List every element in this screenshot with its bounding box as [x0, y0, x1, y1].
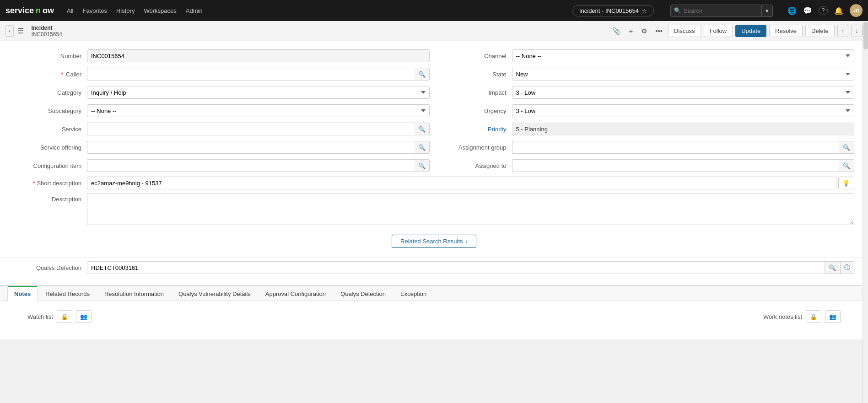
search-dropdown-button[interactable]: ▾: [762, 5, 773, 17]
qualys-detection-search-button[interactable]: 🔍: [825, 261, 841, 274]
nav-all[interactable]: All: [67, 7, 73, 14]
urgency-row: Urgency 1 - High 2 - Medium 3 - Low: [439, 103, 855, 118]
assigned-to-input-group: 🔍: [512, 159, 855, 172]
config-item-search-button[interactable]: 🔍: [415, 159, 430, 172]
assignment-group-search-button[interactable]: 🔍: [839, 141, 854, 154]
paperclip-button[interactable]: 📎: [609, 25, 624, 37]
logo[interactable]: servicenow: [5, 6, 54, 16]
channel-label: Channel: [439, 53, 512, 59]
watch-list-label: Watch list: [27, 313, 53, 320]
delete-button[interactable]: Delete: [805, 25, 835, 37]
qualys-detection-info-button[interactable]: ⓘ: [841, 261, 854, 274]
short-description-row: * Short description 💡: [0, 177, 868, 189]
section-divider: [0, 257, 868, 258]
short-description-input[interactable]: [87, 177, 836, 189]
description-row: Description: [0, 193, 868, 225]
nav-favorites[interactable]: Favorites: [83, 7, 107, 14]
short-desc-label: * Short description: [14, 180, 87, 187]
service-row: Service 🔍: [14, 122, 430, 136]
subcategory-select[interactable]: -- None --: [87, 104, 430, 117]
service-offering-input[interactable]: [87, 141, 415, 154]
assignment-group-input-group: 🔍: [512, 141, 855, 154]
caller-input[interactable]: [87, 68, 415, 81]
form-left-column: Number * Caller 🔍 Category Inquiry / Hel…: [9, 48, 434, 177]
assigned-to-label: Assigned to: [439, 162, 512, 169]
required-star: *: [61, 71, 63, 78]
service-search-button[interactable]: 🔍: [415, 123, 430, 135]
channel-select[interactable]: -- None --: [512, 49, 855, 62]
assigned-to-input[interactable]: [512, 159, 840, 172]
record-number-label: INC0015654: [31, 31, 62, 38]
search-input[interactable]: [670, 5, 762, 17]
tab-exception[interactable]: Exception: [394, 286, 433, 301]
watch-list-group-button[interactable]: 👥: [76, 310, 92, 323]
scrollbar[interactable]: [863, 21, 868, 339]
sub-nav-actions: 📎 + ⚙ ••• Discuss Follow Update Resolve …: [609, 25, 863, 37]
related-search-button[interactable]: Related Search Results ›: [392, 235, 476, 248]
short-desc-info-button[interactable]: 💡: [838, 177, 854, 189]
service-offering-search-button[interactable]: 🔍: [415, 141, 430, 154]
qualys-detection-input[interactable]: [87, 261, 825, 274]
caller-input-group: 🔍: [87, 68, 430, 81]
subcategory-row: Subcategory -- None --: [14, 103, 430, 118]
nav-admin[interactable]: Admin: [186, 7, 203, 14]
priority-link[interactable]: Priority: [488, 126, 506, 133]
tab-notes[interactable]: Notes: [7, 286, 38, 301]
impact-select[interactable]: 1 - High 2 - Medium 3 - Low: [512, 86, 855, 99]
help-icon[interactable]: ?: [819, 6, 828, 15]
chat-icon[interactable]: 💬: [803, 6, 812, 15]
caller-row: * Caller 🔍: [14, 67, 430, 81]
follow-button[interactable]: Follow: [704, 25, 733, 37]
state-label: State: [439, 71, 512, 78]
number-label: Number: [14, 53, 87, 59]
number-input[interactable]: [87, 49, 430, 62]
update-button[interactable]: Update: [735, 25, 766, 37]
assignment-group-input[interactable]: [512, 141, 840, 154]
service-offering-row: Service offering 🔍: [14, 140, 430, 155]
state-select[interactable]: New In Progress On Hold Resolved Closed …: [512, 68, 855, 81]
back-button[interactable]: ‹: [5, 25, 14, 37]
settings-button[interactable]: ⚙: [638, 25, 650, 37]
qualys-detection-input-group: 🔍 ⓘ: [87, 261, 854, 274]
impact-row: Impact 1 - High 2 - Medium 3 - Low: [439, 85, 855, 100]
work-notes-lock-button[interactable]: 🔒: [806, 310, 821, 323]
bell-icon[interactable]: 🔔: [834, 6, 843, 15]
arrow-up-button[interactable]: ↑: [837, 25, 849, 37]
hamburger-icon[interactable]: ☰: [17, 27, 24, 35]
service-input-group: 🔍: [87, 123, 430, 135]
tab-approval-configuration[interactable]: Approval Configuration: [259, 286, 333, 301]
assigned-to-search-button[interactable]: 🔍: [839, 159, 854, 172]
category-select[interactable]: Inquiry / Help Software Hardware Network…: [87, 86, 430, 99]
incident-badge[interactable]: Incident - INC0015654 ☆: [572, 5, 654, 16]
service-input[interactable]: [87, 123, 415, 135]
urgency-select[interactable]: 1 - High 2 - Medium 3 - Low: [512, 104, 855, 117]
star-icon[interactable]: ☆: [642, 7, 647, 14]
nav-history[interactable]: History: [116, 7, 135, 14]
avatar[interactable]: JD: [850, 4, 863, 17]
service-label: Service: [14, 126, 87, 133]
resolve-button[interactable]: Resolve: [769, 25, 803, 37]
search-wrapper: 🔍 ▾: [670, 5, 773, 17]
add-button[interactable]: +: [626, 25, 636, 37]
discuss-button[interactable]: Discuss: [668, 25, 701, 37]
logo-dot: n: [36, 6, 41, 16]
watch-list-lock-button[interactable]: 🔒: [57, 310, 72, 323]
caller-search-button[interactable]: 🔍: [415, 68, 430, 81]
tab-qualys-detection[interactable]: Qualys Detection: [334, 286, 393, 301]
scrollbar-thumb: [863, 22, 868, 49]
work-notes-group-button[interactable]: 👥: [825, 310, 841, 323]
nav-workspaces[interactable]: Workspaces: [144, 7, 176, 14]
arrow-down-button[interactable]: ↓: [851, 25, 863, 37]
incident-badge-label: Incident - INC0015654: [579, 7, 639, 14]
tab-qualys-vulnerability-details[interactable]: Qualys Vulnerability Details: [172, 286, 258, 301]
tab-related-records[interactable]: Related Records: [38, 286, 97, 301]
record-type-label: Incident: [31, 25, 62, 31]
description-textarea[interactable]: [87, 193, 854, 225]
tab-resolution-information[interactable]: Resolution Information: [97, 286, 171, 301]
description-label: Description: [14, 193, 87, 203]
sub-navigation: ‹ ☰ Incident INC0015654 📎 + ⚙ ••• Discus…: [0, 21, 868, 41]
work-notes-list-section: Work notes list 🔒 👥: [763, 310, 841, 323]
globe-icon[interactable]: 🌐: [787, 6, 797, 15]
more-options-button[interactable]: •••: [652, 25, 665, 37]
config-item-input[interactable]: [87, 159, 415, 172]
